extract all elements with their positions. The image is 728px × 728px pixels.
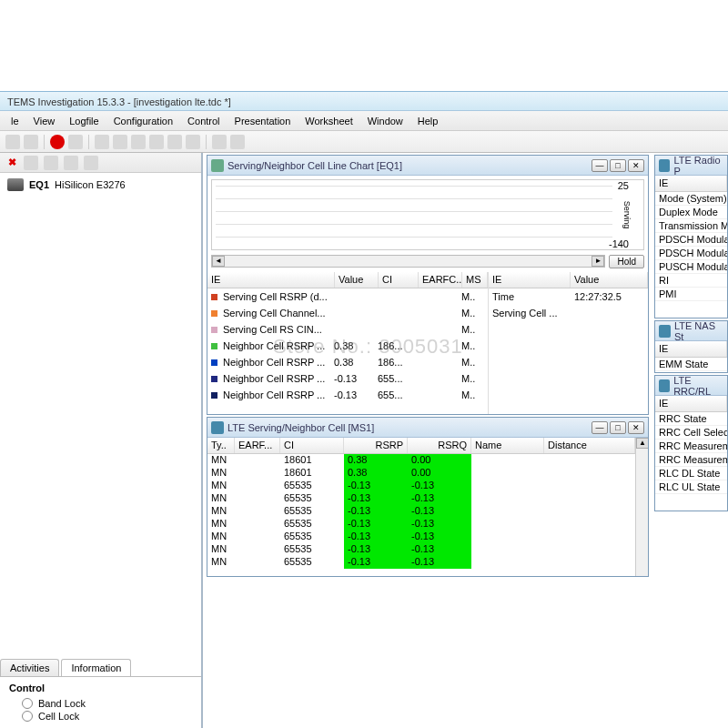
list-item[interactable]: PDSCH Modulati xyxy=(655,233,727,247)
menu-worksheet[interactable]: Worksheet xyxy=(298,113,359,129)
list-item[interactable]: PDSCH Modulati xyxy=(655,247,727,260)
col-earf[interactable]: EARF... xyxy=(235,438,280,453)
close-button[interactable]: ✕ xyxy=(628,159,644,172)
panel-header[interactable]: LTE NAS St xyxy=(655,321,727,341)
toolbar-btn[interactable] xyxy=(113,135,127,149)
col-ci[interactable]: CI xyxy=(280,438,344,453)
list-item[interactable]: RRC Cell Selecti xyxy=(655,426,727,440)
menu-logfile[interactable]: Logfile xyxy=(62,113,106,129)
menu-help[interactable]: Help xyxy=(410,113,446,129)
ie-row[interactable]: Serving Cell RS CIN... M.. xyxy=(207,321,488,338)
toolbar-btn[interactable] xyxy=(230,135,245,149)
list-item[interactable]: RLC UL State xyxy=(655,480,727,494)
col-ie[interactable]: IE xyxy=(207,272,335,288)
menu-presentation[interactable]: Presentation xyxy=(228,113,298,129)
list-item[interactable]: RRC State xyxy=(655,412,727,426)
maximize-button[interactable]: □ xyxy=(610,421,626,434)
scroll-left-icon[interactable]: ◄ xyxy=(212,256,225,267)
table-row[interactable]: MN 65535 -0.13 -0.13 xyxy=(207,492,635,505)
close-button[interactable]: ✕ xyxy=(628,421,644,434)
table-row[interactable]: MN 18601 0.38 0.00 xyxy=(207,454,635,467)
maximize-button[interactable]: □ xyxy=(610,159,626,172)
toolbar-btn[interactable] xyxy=(149,135,164,149)
toolbar-btn[interactable] xyxy=(131,135,146,149)
list-item[interactable]: Duplex Mode xyxy=(655,206,727,219)
list-item[interactable]: Transmission Mo xyxy=(655,219,727,233)
col-ie[interactable]: IE xyxy=(489,272,571,288)
ie-row[interactable]: Neighbor Cell RSRP ... -0.13 655... M.. xyxy=(207,387,488,403)
record-icon[interactable] xyxy=(50,135,65,149)
folder-icon[interactable] xyxy=(84,156,98,170)
line-chart[interactable]: 25 -140 Serving xyxy=(211,179,644,250)
col-distance[interactable]: Distance xyxy=(544,438,635,453)
table-row[interactable]: MN 65535 -0.13 -0.13 xyxy=(207,531,635,543)
col-ie[interactable]: IE xyxy=(655,176,727,191)
radio-icon[interactable] xyxy=(22,711,33,722)
panel-header[interactable]: LTE Radio P xyxy=(655,156,727,176)
list-item[interactable]: Mode (System) xyxy=(655,192,727,206)
tab-information[interactable]: Information xyxy=(61,659,131,676)
tab-activities[interactable]: Activities xyxy=(0,659,59,676)
col-value[interactable]: Value xyxy=(335,272,379,288)
table-row[interactable]: MN 65535 -0.13 -0.13 xyxy=(207,480,635,492)
col-ci[interactable]: CI xyxy=(379,272,419,288)
toolbar-btn[interactable] xyxy=(24,135,38,149)
list-item[interactable]: RRC Measureme xyxy=(655,453,727,467)
ie-row[interactable]: Neighbor Cell RSRP ... 0.38 186... M.. xyxy=(207,338,488,354)
panel-header[interactable]: LTE Serving/Neighbor Cell [MS1] — □ ✕ xyxy=(207,418,648,438)
toolbar-btn[interactable] xyxy=(212,135,227,149)
panel-header[interactable]: Serving/Neighbor Cell Line Chart [EQ1] —… xyxy=(207,156,648,176)
toolbar-btn[interactable] xyxy=(68,135,83,149)
save-icon[interactable] xyxy=(167,135,182,149)
vertical-scrollbar[interactable]: ▲ xyxy=(635,438,648,576)
table-row[interactable]: MN 65535 -0.13 -0.13 xyxy=(207,556,635,569)
menu-window[interactable]: Window xyxy=(360,113,410,129)
col-ty[interactable]: Ty.. xyxy=(207,438,235,453)
band-lock-row[interactable]: Band Lock xyxy=(22,697,192,710)
list-item[interactable]: RLC DL State xyxy=(655,467,727,480)
ie-row[interactable]: Neighbor Cell RSRP ... 0.38 186... M.. xyxy=(207,354,488,370)
table-row[interactable]: MN 65535 -0.13 -0.13 xyxy=(207,543,635,556)
radio-icon[interactable] xyxy=(22,698,33,709)
device-row[interactable]: EQ1 HiSilicon E3276 xyxy=(0,173,201,197)
list-item[interactable]: EMM State xyxy=(655,358,727,371)
panel-header[interactable]: LTE RRC/RL xyxy=(655,376,727,396)
horizontal-scrollbar[interactable]: ◄ ► xyxy=(211,255,605,268)
col-value[interactable]: Value xyxy=(571,272,648,288)
toolbar-btn[interactable] xyxy=(64,156,78,170)
col-ms[interactable]: MS xyxy=(462,272,488,288)
gear-icon[interactable] xyxy=(44,156,58,170)
col-earfc[interactable]: EARFC.. xyxy=(419,272,462,288)
minimize-button[interactable]: — xyxy=(592,159,608,172)
col-rsrp[interactable]: RSRP xyxy=(344,438,408,453)
toolbar-btn[interactable] xyxy=(5,135,20,149)
list-item[interactable]: PUSCH Modulati xyxy=(655,260,727,274)
menu-configuration[interactable]: Configuration xyxy=(106,113,180,129)
cell-lock-row[interactable]: Cell Lock xyxy=(22,710,192,723)
col-ie[interactable]: IE xyxy=(655,341,727,357)
col-rsrq[interactable]: RSRQ xyxy=(408,438,471,453)
list-item[interactable]: RI xyxy=(655,274,727,288)
scroll-right-icon[interactable]: ► xyxy=(592,256,604,267)
table-row[interactable]: MN 18601 0.38 0.00 xyxy=(207,467,635,480)
menu-control[interactable]: Control xyxy=(180,113,227,129)
toolbar-btn[interactable] xyxy=(186,135,200,149)
menu-view[interactable]: View xyxy=(26,113,63,129)
table-row[interactable]: MN 65535 -0.13 -0.13 xyxy=(207,505,635,518)
info-row[interactable]: Time12:27:32.5 xyxy=(489,288,648,305)
toolbar-btn[interactable] xyxy=(24,156,38,170)
hold-button[interactable]: Hold xyxy=(609,255,644,268)
toolbar-btn[interactable] xyxy=(95,135,109,149)
table-row[interactable]: MN 65535 -0.13 -0.13 xyxy=(207,518,635,531)
ie-row[interactable]: Serving Cell RSRP (d... M.. xyxy=(207,288,488,305)
minimize-button[interactable]: — xyxy=(592,421,608,434)
ie-row[interactable]: Neighbor Cell RSRP ... -0.13 655... M.. xyxy=(207,370,488,387)
col-name[interactable]: Name xyxy=(471,438,544,453)
list-item[interactable]: RRC Measureme xyxy=(655,440,727,453)
menu-file[interactable]: le xyxy=(4,113,26,129)
ie-row[interactable]: Serving Cell Channel... M.. xyxy=(207,305,488,321)
list-item[interactable]: PMI xyxy=(655,288,727,301)
info-row[interactable]: Serving Cell ... xyxy=(489,305,648,321)
col-ie[interactable]: IE xyxy=(655,396,727,411)
scroll-up-icon[interactable]: ▲ xyxy=(636,438,648,449)
